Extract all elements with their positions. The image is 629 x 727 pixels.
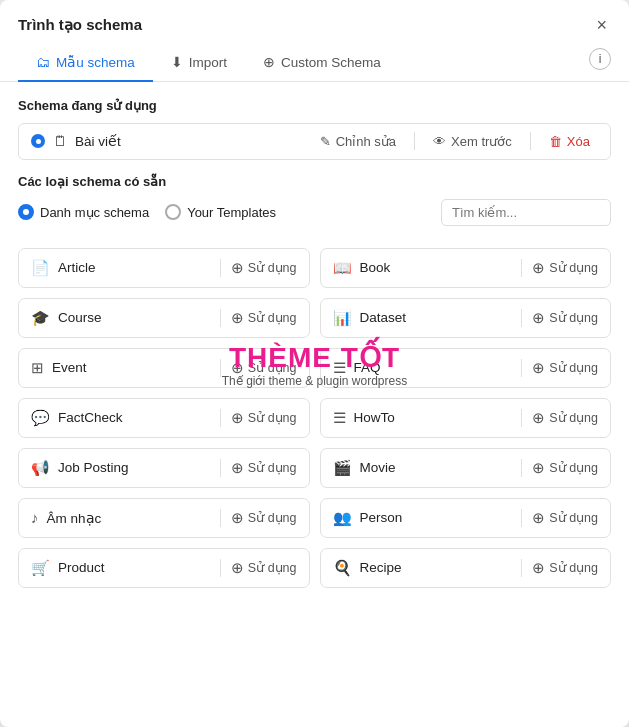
howto-icon: ☰ xyxy=(333,409,346,427)
event-icon: ⊞ xyxy=(31,359,44,377)
delete-button[interactable]: 🗑 Xóa xyxy=(541,132,598,151)
tabs-bar: 🗂 Mẫu schema ⬇ Import ⊕ Custom Schema i xyxy=(0,36,629,82)
edit-button[interactable]: ✎ Chỉnh sửa xyxy=(312,132,404,151)
event-name: Event xyxy=(52,360,212,375)
schema-types-header: Danh mục schema Your Templates xyxy=(18,199,611,226)
amnhac-icon: ♪ xyxy=(31,509,39,526)
amnhac-name: Âm nhạc xyxy=(47,510,212,526)
use-movie-button[interactable]: ⊕ Sử dụng xyxy=(521,459,598,477)
schema-dialog: Trình tạo schema × 🗂 Mẫu schema ⬇ Import… xyxy=(0,0,629,727)
jobposting-icon: 📢 xyxy=(31,459,50,477)
card-product: 🛒 Product ⊕ Sử dụng xyxy=(18,548,310,588)
schema-types-label: Các loại schema có sẵn xyxy=(18,174,611,189)
card-faq: ☰ FAQ ⊕ Sử dụng xyxy=(320,348,612,388)
edit-icon: ✎ xyxy=(320,134,331,149)
recipe-name: Recipe xyxy=(360,560,514,575)
card-amnhac: ♪ Âm nhạc ⊕ Sử dụng xyxy=(18,498,310,538)
templates-radio xyxy=(165,204,181,220)
delete-icon: 🗑 xyxy=(549,134,562,149)
howto-name: HowTo xyxy=(354,410,514,425)
use-course-button[interactable]: ⊕ Sử dụng xyxy=(220,309,297,327)
info-button[interactable]: i xyxy=(589,48,611,70)
import-icon: ⬇ xyxy=(171,54,183,70)
card-recipe: 🍳 Recipe ⊕ Sử dụng xyxy=(320,548,612,588)
factcheck-name: FactCheck xyxy=(58,410,212,425)
article-icon: 📄 xyxy=(31,259,50,277)
edit-label: Chỉnh sửa xyxy=(336,134,396,149)
movie-name: Movie xyxy=(360,460,514,475)
divider2 xyxy=(530,132,531,150)
card-jobposting: 📢 Job Posting ⊕ Sử dụng xyxy=(18,448,310,488)
close-button[interactable]: × xyxy=(592,14,611,36)
person-icon: 👥 xyxy=(333,509,352,527)
use-dataset-button[interactable]: ⊕ Sử dụng xyxy=(521,309,598,327)
divider1 xyxy=(414,132,415,150)
active-schema-section: Schema đang sử dụng 🗒 Bài viết ✎ Chỉnh s… xyxy=(0,82,629,160)
book-name: Book xyxy=(360,260,514,275)
card-dataset: 📊 Dataset ⊕ Sử dụng xyxy=(320,298,612,338)
tab-custom-schema[interactable]: ⊕ Custom Schema xyxy=(245,46,399,82)
recipe-icon: 🍳 xyxy=(333,559,352,577)
option-danh-muc[interactable]: Danh mục schema xyxy=(18,204,149,220)
movie-icon: 🎬 xyxy=(333,459,352,477)
search-input[interactable] xyxy=(441,199,611,226)
bai-viet-icon: 🗒 xyxy=(53,133,67,149)
custom-icon: ⊕ xyxy=(263,54,275,70)
delete-label: Xóa xyxy=(567,134,590,149)
card-event: ⊞ Event ⊕ Sử dụng xyxy=(18,348,310,388)
use-product-button[interactable]: ⊕ Sử dụng xyxy=(220,559,297,577)
book-icon: 📖 xyxy=(333,259,352,277)
jobposting-name: Job Posting xyxy=(58,460,212,475)
card-factcheck: 💬 FactCheck ⊕ Sử dụng xyxy=(18,398,310,438)
course-name: Course xyxy=(58,310,212,325)
person-name: Person xyxy=(360,510,514,525)
card-howto: ☰ HowTo ⊕ Sử dụng xyxy=(320,398,612,438)
product-name: Product xyxy=(58,560,212,575)
active-schema-label: Schema đang sử dụng xyxy=(18,98,611,113)
use-howto-button[interactable]: ⊕ Sử dụng xyxy=(521,409,598,427)
card-person: 👥 Person ⊕ Sử dụng xyxy=(320,498,612,538)
templates-label: Your Templates xyxy=(187,205,276,220)
dataset-icon: 📊 xyxy=(333,309,352,327)
use-amnhac-button[interactable]: ⊕ Sử dụng xyxy=(220,509,297,527)
article-name: Article xyxy=(58,260,212,275)
tab-import[interactable]: ⬇ Import xyxy=(153,46,245,82)
use-person-button[interactable]: ⊕ Sử dụng xyxy=(521,509,598,527)
course-icon: 🎓 xyxy=(31,309,50,327)
mau-schema-icon: 🗂 xyxy=(36,54,50,70)
use-article-button[interactable]: ⊕ Sử dụng xyxy=(220,259,297,277)
option-your-templates[interactable]: Your Templates xyxy=(165,204,276,220)
dialog-title: Trình tạo schema xyxy=(18,16,142,34)
card-movie: 🎬 Movie ⊕ Sử dụng xyxy=(320,448,612,488)
schema-types-section: Các loại schema có sẵn Danh mục schema Y… xyxy=(0,160,629,226)
preview-label: Xem trước xyxy=(451,134,512,149)
use-factcheck-button[interactable]: ⊕ Sử dụng xyxy=(220,409,297,427)
product-icon: 🛒 xyxy=(31,559,50,577)
card-course: 🎓 Course ⊕ Sử dụng xyxy=(18,298,310,338)
preview-icon: 👁 xyxy=(433,134,446,149)
faq-icon: ☰ xyxy=(333,359,346,377)
active-radio xyxy=(31,134,45,148)
dataset-name: Dataset xyxy=(360,310,514,325)
card-article: 📄 Article ⊕ Sử dụng xyxy=(18,248,310,288)
tab-import-label: Import xyxy=(189,55,227,70)
tab-custom-label: Custom Schema xyxy=(281,55,381,70)
factcheck-icon: 💬 xyxy=(31,409,50,427)
use-jobposting-button[interactable]: ⊕ Sử dụng xyxy=(220,459,297,477)
schema-grid: 📄 Article ⊕ Sử dụng 📖 Book ⊕ Sử dụng 🎓 C… xyxy=(0,238,629,606)
dialog-header: Trình tạo schema × xyxy=(0,0,629,36)
use-faq-button[interactable]: ⊕ Sử dụng xyxy=(521,359,598,377)
active-schema-name: Bài viết xyxy=(75,133,304,149)
danh-muc-label: Danh mục schema xyxy=(40,205,149,220)
tab-mau-schema[interactable]: 🗂 Mẫu schema xyxy=(18,46,153,82)
use-event-button[interactable]: ⊕ Sử dụng xyxy=(220,359,297,377)
tab-mau-label: Mẫu schema xyxy=(56,54,135,70)
danh-muc-radio xyxy=(18,204,34,220)
card-book: 📖 Book ⊕ Sử dụng xyxy=(320,248,612,288)
active-schema-row: 🗒 Bài viết ✎ Chỉnh sửa 👁 Xem trước 🗑 Xóa xyxy=(18,123,611,160)
faq-name: FAQ xyxy=(354,360,514,375)
use-recipe-button[interactable]: ⊕ Sử dụng xyxy=(521,559,598,577)
preview-button[interactable]: 👁 Xem trước xyxy=(425,132,520,151)
use-book-button[interactable]: ⊕ Sử dụng xyxy=(521,259,598,277)
